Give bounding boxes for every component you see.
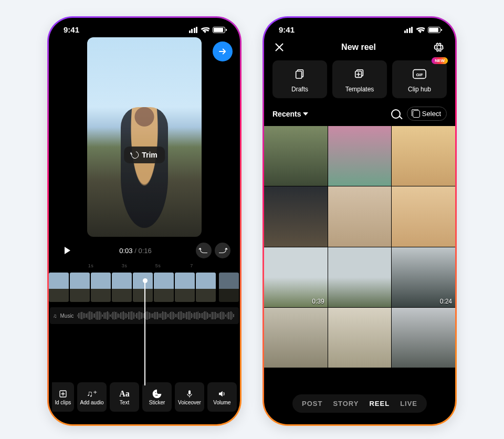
stage: 9:41 Trim: [10, 8, 494, 431]
wifi-icon: [416, 27, 425, 33]
gallery-item[interactable]: [328, 308, 392, 368]
tick-4: 7: [186, 263, 197, 268]
new-reel-screen: 9:41 New reel Draft: [264, 18, 455, 424]
gallery-item[interactable]: 0:39: [264, 247, 328, 307]
voiceover-button[interactable]: Voiceover: [175, 382, 204, 412]
clip-thumb[interactable]: [133, 273, 153, 302]
editor-screen: 9:41 Trim: [49, 18, 240, 424]
battery-icon: [213, 27, 225, 33]
gallery-item[interactable]: [392, 308, 455, 368]
add-audio-button[interactable]: ♫⁺ Add audio: [77, 382, 107, 412]
settings-button[interactable]: [433, 41, 445, 53]
playhead[interactable]: [144, 280, 145, 385]
undo-redo-group: [196, 243, 230, 258]
video-preview[interactable]: [87, 37, 202, 237]
clip-thumb[interactable]: [175, 273, 195, 302]
templates-button[interactable]: Templates: [332, 60, 387, 98]
gallery-item[interactable]: [392, 126, 455, 186]
clip-thumb[interactable]: [196, 273, 216, 302]
multiselect-icon: [413, 110, 420, 118]
cellular-icon: [404, 27, 413, 33]
clip-thumb[interactable]: [112, 273, 132, 302]
mode-reel[interactable]: REEL: [369, 400, 390, 407]
search-button[interactable]: [391, 109, 401, 119]
gallery-item[interactable]: [392, 186, 455, 246]
play-button[interactable]: [58, 242, 75, 259]
mic-icon: [185, 389, 194, 399]
add-clips-button[interactable]: ld clips: [52, 382, 74, 412]
select-label: Select: [422, 110, 441, 118]
svg-rect-3: [296, 71, 302, 79]
clip-duration: 0:39: [312, 298, 324, 305]
status-bar: 9:41: [264, 18, 455, 36]
phone-new-reel: 9:41 New reel Draft: [262, 16, 457, 426]
status-bar: 9:41: [49, 18, 240, 36]
filter-row: Recents Select: [264, 102, 455, 125]
drafts-label: Drafts: [291, 86, 308, 93]
waveform: [77, 311, 236, 320]
status-icons: [189, 27, 226, 33]
gallery-item[interactable]: [328, 247, 392, 307]
new-badge: NEW: [432, 57, 448, 64]
mode-story[interactable]: STORY: [333, 400, 359, 407]
gallery-item[interactable]: [264, 308, 328, 368]
redo-button[interactable]: [215, 243, 230, 258]
clip-thumb[interactable]: [154, 273, 174, 302]
music-label: Music: [60, 313, 74, 319]
gallery-tools: Select: [391, 107, 447, 121]
gallery-item[interactable]: [328, 186, 392, 246]
recents-dropdown[interactable]: Recents: [272, 110, 308, 118]
tick-3: 5s: [153, 263, 163, 268]
clip-hub-label: Clip hub: [408, 86, 431, 93]
volume-label: Volume: [213, 400, 230, 405]
gallery-item[interactable]: [264, 186, 328, 246]
text-button[interactable]: Aa Text: [110, 382, 139, 412]
play-icon: [65, 247, 70, 254]
text-label: Text: [120, 400, 129, 405]
video-subject: [121, 107, 168, 228]
clip-duration: 0:24: [440, 298, 452, 305]
music-note-icon: ♫: [53, 313, 57, 319]
recents-label: Recents: [272, 110, 301, 118]
tick-2: 3s: [119, 263, 130, 268]
cellular-icon: [189, 27, 198, 33]
add-audio-label: Add audio: [80, 400, 103, 405]
clip-thumb[interactable]: [91, 273, 111, 302]
gallery-item[interactable]: [328, 126, 392, 186]
undo-icon: [200, 248, 207, 253]
volume-button[interactable]: Volume: [207, 382, 237, 412]
redo-icon: [219, 248, 226, 253]
arrow-right-icon: [218, 47, 227, 56]
close-button[interactable]: [275, 43, 284, 52]
select-button[interactable]: Select: [407, 107, 447, 121]
next-button[interactable]: [213, 41, 233, 61]
sticker-icon: [152, 389, 162, 399]
mode-post[interactable]: POST: [302, 400, 322, 407]
mode-live[interactable]: LIVE: [400, 400, 417, 407]
gallery-item[interactable]: [264, 126, 328, 186]
time-current: 0:03: [119, 247, 132, 255]
clip-thumb[interactable]: [49, 273, 69, 302]
templates-icon: [353, 68, 366, 80]
time-total: 0:16: [138, 247, 151, 255]
option-row: Drafts Templates NEW GIF Clip hub: [264, 56, 455, 102]
clip-hub-button[interactable]: NEW GIF Clip hub: [392, 60, 447, 98]
voiceover-label: Voiceover: [178, 400, 201, 405]
trim-button[interactable]: Trim: [124, 147, 165, 163]
drafts-icon: [294, 68, 306, 80]
gear-icon: [433, 41, 445, 53]
drafts-button[interactable]: Drafts: [272, 60, 327, 98]
chevron-down-icon: [303, 112, 308, 116]
timeline-ticks: 1s 3s 5s 7: [49, 261, 240, 268]
clip-thumb[interactable]: [70, 273, 90, 302]
top-bar: New reel: [264, 36, 455, 56]
add-clips-label: ld clips: [55, 400, 71, 405]
sticker-button[interactable]: Sticker: [142, 382, 172, 412]
clip-thumb-next[interactable]: [219, 273, 239, 302]
undo-button[interactable]: [196, 243, 212, 258]
add-clips-icon: [58, 389, 68, 399]
status-time: 9:41: [64, 25, 79, 34]
svg-rect-1: [188, 390, 191, 394]
play-row: 0:03 / 0:16: [49, 237, 240, 261]
gallery-item[interactable]: 0:24: [392, 247, 455, 307]
